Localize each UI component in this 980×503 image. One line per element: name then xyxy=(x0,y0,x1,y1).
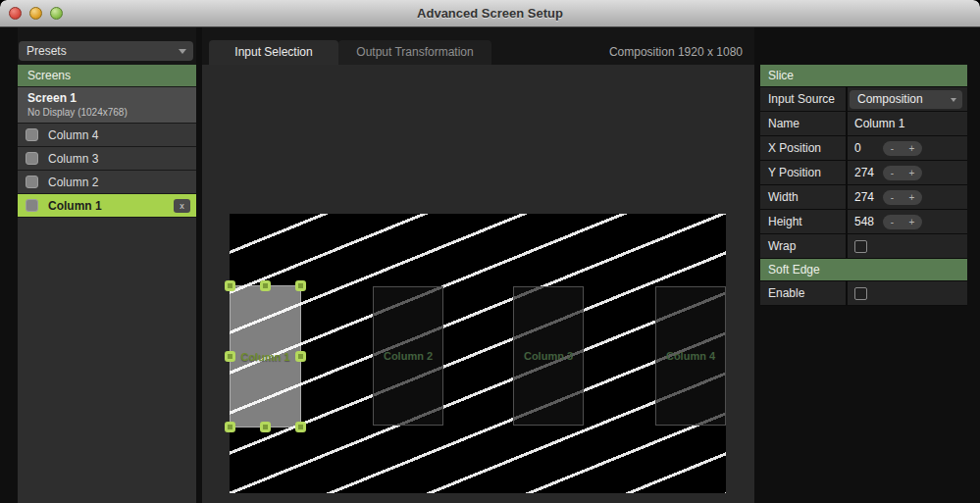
minus-button[interactable]: - xyxy=(891,190,894,205)
y-position-value-cell: 274-+ xyxy=(848,161,967,184)
slice-label: Column 2 xyxy=(384,350,433,362)
height-field[interactable]: 548 xyxy=(848,215,883,228)
width-field[interactable]: 274 xyxy=(848,190,883,204)
main-area: Input Selection Output Transformation Co… xyxy=(202,27,754,503)
slice-column-4[interactable]: Column 4 xyxy=(655,286,726,426)
checkbox[interactable] xyxy=(26,176,38,188)
tab-output-transformation[interactable]: Output Transformation xyxy=(338,40,491,65)
property-row-enable: Enable xyxy=(760,281,967,305)
x-position-value-cell: 0-+ xyxy=(848,136,967,160)
property-row-input-source: Input SourceComposition xyxy=(760,87,967,111)
window-title: Advanced Screen Setup xyxy=(0,0,980,27)
plus-button[interactable]: + xyxy=(908,141,914,156)
chevron-down-icon xyxy=(951,98,956,102)
input-source-label: Input Source xyxy=(760,87,846,111)
plus-button[interactable]: + xyxy=(908,215,914,229)
input-source-value-cell: Composition xyxy=(848,87,967,111)
resize-handle-mr[interactable] xyxy=(295,351,306,362)
sidebar-item-label: Column 2 xyxy=(48,176,98,189)
name-label: Name xyxy=(760,112,846,135)
height-value-cell: 548-+ xyxy=(848,210,967,233)
composition-canvas[interactable]: Column 2Column 3Column 4Column 1 xyxy=(230,214,726,493)
minus-button[interactable]: - xyxy=(891,141,894,156)
y-position-stepper: -+ xyxy=(883,166,922,180)
screens-sidebar: Presets Screens Screen 1 No Display (102… xyxy=(18,27,196,503)
checkbox[interactable] xyxy=(26,128,38,141)
resize-handle-tr[interactable] xyxy=(295,280,306,291)
resize-handle-bl[interactable] xyxy=(225,422,235,432)
enable-label: Enable xyxy=(760,281,846,305)
property-row-height: Height548-+ xyxy=(760,210,967,233)
presets-dropdown[interactable]: Presets xyxy=(19,41,193,61)
y-position-label: Y Position xyxy=(760,161,846,184)
minus-button[interactable]: - xyxy=(891,215,894,229)
resize-handle-br[interactable] xyxy=(295,422,306,432)
property-row-width: Width274-+ xyxy=(760,185,967,209)
resize-handle-ml[interactable] xyxy=(225,351,235,362)
enable-checkbox[interactable] xyxy=(854,287,867,300)
property-row-x-position: X Position0-+ xyxy=(760,136,967,160)
x-position-label: X Position xyxy=(760,136,846,160)
slice-column-3[interactable]: Column 3 xyxy=(513,286,584,426)
height-stepper: -+ xyxy=(883,215,922,229)
width-value-cell: 274-+ xyxy=(848,185,967,209)
section-header-soft-edge: Soft Edge xyxy=(760,259,967,280)
slice-label: Column 1 xyxy=(240,351,289,363)
screens-header: Screens xyxy=(18,65,196,86)
slice-column-1[interactable]: Column 1 xyxy=(230,285,301,428)
resize-handle-tl[interactable] xyxy=(225,280,235,291)
sidebar-item-column-1[interactable]: Column 1x xyxy=(18,194,196,217)
width-stepper: -+ xyxy=(883,190,922,205)
input-source-dropdown-value: Composition xyxy=(857,92,923,106)
minus-button[interactable]: - xyxy=(891,166,894,180)
sidebar-item-label: Column 3 xyxy=(48,152,98,166)
sidebar-item-label: Column 1 xyxy=(48,199,102,213)
resize-handle-tm[interactable] xyxy=(260,280,271,291)
property-row-y-position: Y Position274-+ xyxy=(760,161,967,184)
x-position-stepper: -+ xyxy=(883,141,922,156)
enable-value-cell xyxy=(848,281,967,305)
sidebar-item-column-2[interactable]: Column 2 xyxy=(18,171,196,193)
screen-row[interactable]: Screen 1 No Display (1024x768) xyxy=(18,87,196,123)
slice-label: Column 4 xyxy=(666,350,715,362)
wrap-label: Wrap xyxy=(760,234,846,258)
slice-label: Column 3 xyxy=(524,350,573,362)
title-bar[interactable]: Advanced Screen Setup xyxy=(0,0,980,27)
checkbox[interactable] xyxy=(26,152,38,165)
slice-properties-panel: SliceInput SourceCompositionNameColumn 1… xyxy=(760,65,967,306)
x-position-field[interactable]: 0 xyxy=(848,141,883,155)
screens-list: Screens Screen 1 No Display (1024x768) C… xyxy=(18,65,196,218)
screen-detail: No Display (1024x768) xyxy=(27,106,196,119)
section-header-slice: Slice xyxy=(760,65,967,86)
plus-button[interactable]: + xyxy=(908,190,914,205)
plus-button[interactable]: + xyxy=(908,166,914,180)
presets-dropdown-label: Presets xyxy=(26,44,67,58)
name-field[interactable]: Column 1 xyxy=(848,117,904,130)
sidebar-item-column-4[interactable]: Column 4 xyxy=(18,124,196,146)
checkbox[interactable] xyxy=(26,199,38,212)
sidebar-item-column-3[interactable]: Column 3 xyxy=(18,147,196,170)
tab-input-selection[interactable]: Input Selection xyxy=(209,40,338,65)
property-row-wrap: Wrap xyxy=(760,234,967,258)
name-value-cell: Column 1 xyxy=(848,112,967,135)
screen-name: Screen 1 xyxy=(27,91,196,106)
input-source-dropdown[interactable]: Composition xyxy=(850,90,962,109)
property-row-name: NameColumn 1 xyxy=(760,112,967,135)
input-selection-content: Column 2Column 3Column 4Column 1 xyxy=(202,65,754,503)
slice-column-2[interactable]: Column 2 xyxy=(373,286,443,426)
remove-slice-button[interactable]: x xyxy=(174,199,190,213)
advanced-screen-setup-window: Advanced Screen Setup Presets Screens Sc… xyxy=(0,0,980,503)
wrap-checkbox[interactable] xyxy=(854,240,867,253)
y-position-field[interactable]: 274 xyxy=(848,166,883,179)
composition-size-label: Composition 1920 x 1080 xyxy=(609,40,743,65)
chevron-down-icon xyxy=(179,49,186,54)
wrap-value-cell xyxy=(848,234,967,258)
height-label: Height xyxy=(760,210,846,233)
resize-handle-bm[interactable] xyxy=(260,422,271,432)
sidebar-item-label: Column 4 xyxy=(48,128,98,142)
width-label: Width xyxy=(760,185,846,209)
